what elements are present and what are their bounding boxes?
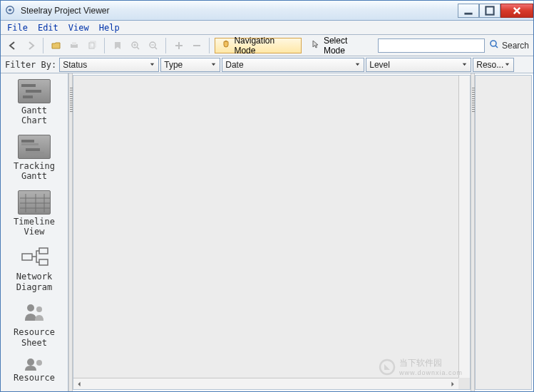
sidebar-item-resource[interactable]: Resource bbox=[1, 351, 68, 386]
sidebar-item-label: Tracking Gantt bbox=[14, 161, 55, 182]
timeline-icon bbox=[18, 190, 51, 215]
hand-icon bbox=[221, 39, 231, 51]
svg-rect-1 bbox=[464, 12, 472, 14]
watermark: 当下软件园 www.downxia.com bbox=[378, 357, 463, 376]
zoom-in-button[interactable] bbox=[128, 38, 143, 53]
zoom-out-button[interactable] bbox=[145, 38, 160, 53]
content-pane: 当下软件园 www.downxia.com bbox=[73, 75, 471, 390]
title-bar: Steelray Project Viewer bbox=[1, 1, 533, 21]
toolbar: Navigation Mode Select Mode Search bbox=[1, 35, 533, 56]
main-area: Gantt Chart Tracking Gantt Timeline View… bbox=[1, 73, 533, 391]
svg-rect-11 bbox=[26, 90, 41, 93]
chevron-down-icon bbox=[504, 60, 510, 70]
add-button[interactable] bbox=[171, 38, 186, 53]
chevron-down-icon bbox=[210, 60, 217, 70]
vertical-scrollbar[interactable] bbox=[458, 76, 470, 378]
chevron-down-icon bbox=[149, 60, 155, 70]
resource-icon bbox=[18, 356, 51, 371]
maximize-button[interactable] bbox=[479, 4, 500, 18]
horizontal-scrollbar[interactable] bbox=[73, 378, 458, 389]
window-controls bbox=[458, 4, 533, 18]
sidebar-item-network-diagram[interactable]: Network Diagram bbox=[1, 239, 68, 295]
svg-point-26 bbox=[27, 304, 34, 311]
filter-bar: Filter By: Status Type Date Level Reso..… bbox=[1, 56, 533, 73]
svg-rect-14 bbox=[21, 143, 38, 145]
back-button[interactable] bbox=[5, 38, 20, 53]
svg-point-29 bbox=[36, 360, 42, 366]
watermark-text: 当下软件园 bbox=[399, 357, 463, 369]
search-area: Search bbox=[378, 38, 529, 53]
open-button[interactable] bbox=[48, 38, 63, 53]
toolbar-divider bbox=[104, 38, 105, 53]
svg-rect-24 bbox=[39, 248, 48, 254]
chevron-down-icon bbox=[354, 60, 361, 70]
toolbar-divider bbox=[165, 38, 166, 53]
tracking-gantt-icon bbox=[18, 135, 51, 159]
sidebar-item-label: Resource bbox=[14, 373, 55, 383]
menu-file[interactable]: File bbox=[4, 22, 31, 33]
svg-rect-23 bbox=[22, 254, 32, 260]
navigation-mode-button[interactable]: Navigation Mode bbox=[215, 38, 301, 53]
scroll-corner bbox=[458, 378, 470, 389]
scroll-right-icon[interactable] bbox=[447, 379, 458, 389]
sidebar-item-resource-sheet[interactable]: Resource Sheet bbox=[1, 295, 68, 351]
sidebar-item-label: Resource Sheet bbox=[14, 327, 55, 348]
resource-sheet-icon bbox=[18, 301, 51, 325]
search-input[interactable] bbox=[378, 38, 485, 53]
cursor-icon bbox=[311, 39, 321, 51]
svg-rect-4 bbox=[72, 42, 76, 45]
svg-rect-25 bbox=[39, 259, 48, 265]
filter-type-dropdown[interactable]: Type bbox=[160, 58, 220, 72]
toolbar-divider bbox=[43, 38, 43, 53]
svg-rect-15 bbox=[26, 148, 40, 151]
svg-rect-13 bbox=[21, 140, 34, 143]
filter-resource-dropdown[interactable]: Reso... bbox=[473, 58, 514, 72]
svg-point-9 bbox=[491, 41, 496, 46]
toolbar-divider bbox=[209, 38, 210, 53]
watermark-url: www.downxia.com bbox=[399, 369, 463, 376]
forward-button[interactable] bbox=[23, 38, 38, 53]
menu-edit[interactable]: Edit bbox=[34, 22, 62, 33]
sidebar-item-label: Timeline View bbox=[4, 217, 65, 237]
copy-button[interactable] bbox=[84, 38, 99, 53]
search-label: Search bbox=[502, 41, 529, 51]
gantt-chart-icon bbox=[18, 79, 51, 103]
filter-label: Filter By: bbox=[4, 60, 58, 70]
menu-help[interactable]: Help bbox=[96, 22, 123, 33]
search-button[interactable]: Search bbox=[489, 39, 529, 51]
chevron-down-icon bbox=[461, 60, 468, 70]
svg-point-30 bbox=[380, 360, 394, 374]
filter-level-dropdown[interactable]: Level bbox=[366, 58, 471, 72]
menu-bar: File Edit View Help bbox=[1, 21, 533, 35]
search-icon bbox=[489, 39, 499, 51]
view-sidebar: Gantt Chart Tracking Gantt Timeline View… bbox=[1, 73, 68, 391]
bookmark-button[interactable] bbox=[110, 38, 125, 53]
app-icon bbox=[5, 5, 16, 16]
sidebar-item-gantt-chart[interactable]: Gantt Chart bbox=[1, 73, 68, 129]
svg-rect-16 bbox=[26, 152, 44, 154]
select-mode-label: Select Mode bbox=[324, 36, 369, 56]
svg-rect-6 bbox=[91, 41, 96, 47]
scroll-left-icon[interactable] bbox=[73, 379, 85, 389]
svg-rect-5 bbox=[89, 43, 94, 48]
network-diagram-icon bbox=[18, 245, 51, 269]
splitter-right[interactable] bbox=[471, 73, 475, 391]
minimize-button[interactable] bbox=[458, 4, 479, 18]
grip-icon bbox=[472, 88, 475, 113]
window-title: Steelray Project Viewer bbox=[21, 6, 458, 16]
svg-rect-12 bbox=[23, 96, 33, 98]
select-mode-button[interactable]: Select Mode bbox=[304, 38, 375, 53]
remove-button[interactable] bbox=[189, 38, 204, 53]
sidebar-item-tracking-gantt[interactable]: Tracking Gantt bbox=[1, 129, 68, 185]
menu-view[interactable]: View bbox=[65, 22, 93, 33]
svg-point-27 bbox=[36, 306, 42, 312]
right-pane bbox=[475, 75, 532, 390]
filter-status-dropdown[interactable]: Status bbox=[59, 58, 159, 72]
close-button[interactable] bbox=[500, 4, 533, 18]
svg-rect-2 bbox=[486, 6, 493, 14]
svg-rect-10 bbox=[21, 84, 36, 87]
navigation-mode-label: Navigation Mode bbox=[234, 36, 294, 56]
filter-date-dropdown[interactable]: Date bbox=[222, 58, 364, 72]
print-button[interactable] bbox=[66, 38, 81, 53]
sidebar-item-timeline-view[interactable]: Timeline View bbox=[1, 185, 68, 240]
